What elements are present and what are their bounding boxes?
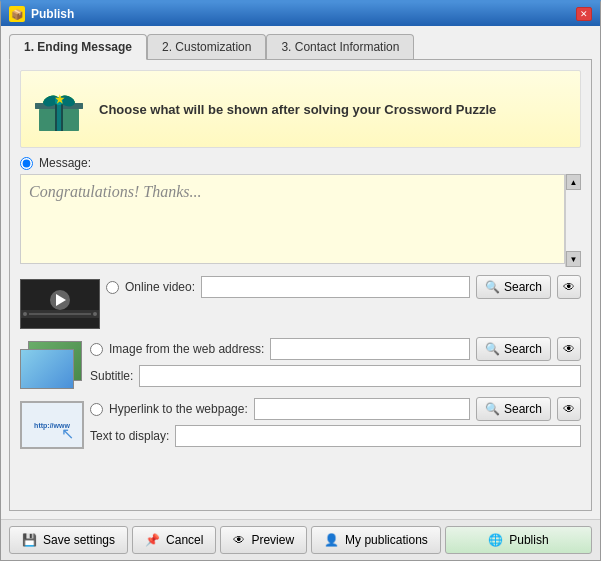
title-controls: ✕ (576, 7, 592, 21)
hyperlink-label: Hyperlink to the webpage: (109, 402, 248, 416)
save-settings-button[interactable]: 💾 Save settings (9, 526, 128, 554)
preview-icon: 👁 (233, 533, 245, 547)
main-window: 📦 Publish ✕ 1. Ending Message 2. Customi… (0, 0, 601, 561)
title-bar: 📦 Publish ✕ (1, 2, 600, 26)
bottom-bar: 💾 Save settings 📌 Cancel 👁 Preview 👤 My … (1, 519, 600, 560)
message-label: Message: (39, 156, 91, 170)
search-icon2: 🔍 (485, 342, 500, 356)
tab-contact-info[interactable]: 3. Contact Information (266, 34, 414, 60)
image-url-input[interactable] (270, 338, 470, 360)
text-display-label: Text to display: (90, 429, 169, 443)
search-icon3: 🔍 (485, 402, 500, 416)
message-container: Congratulations! Thanks... ▲ ▼ (20, 174, 581, 267)
play-button-icon (50, 290, 70, 310)
publish-button[interactable]: 🌐 Publish (445, 526, 592, 554)
video-label: Online video: (125, 280, 195, 294)
scroll-track (566, 190, 581, 251)
video-search-button[interactable]: 🔍 Search (476, 275, 551, 299)
window-icon: 📦 (9, 6, 25, 22)
text-display-input[interactable] (175, 425, 581, 447)
video-url-input[interactable] (201, 276, 470, 298)
image-search-button[interactable]: 🔍 Search (476, 337, 551, 361)
save-icon: 💾 (22, 533, 37, 547)
preview-button[interactable]: 👁 Preview (220, 526, 307, 554)
image-section: Image from the web address: 🔍 Search 👁 S… (20, 337, 581, 389)
video-eye-button[interactable]: 👁 (557, 275, 581, 299)
image-eye-button[interactable]: 👁 (557, 337, 581, 361)
image-preview (20, 341, 84, 389)
subtitle-label: Subtitle: (90, 369, 133, 383)
hyperlink-radio[interactable] (90, 403, 103, 416)
my-publications-button[interactable]: 👤 My publications (311, 526, 441, 554)
subtitle-input[interactable] (139, 365, 581, 387)
message-section: Message: Congratulations! Thanks... ▲ ▼ (20, 156, 581, 267)
image-label: Image from the web address: (109, 342, 264, 356)
message-scrollbar[interactable]: ▲ ▼ (565, 174, 581, 267)
scroll-up-button[interactable]: ▲ (566, 174, 581, 190)
search-icon: 🔍 (485, 280, 500, 294)
message-radio-label: Message: (20, 156, 581, 170)
tab-ending-message[interactable]: 1. Ending Message (9, 34, 147, 60)
header-text: Choose what will be shown after solving … (99, 102, 496, 117)
message-textarea[interactable]: Congratulations! Thanks... (20, 174, 565, 264)
hyperlink-section: http://www ↖ Hyperlink to the webpage: 🔍… (20, 397, 581, 449)
svg-rect-12 (57, 103, 61, 131)
message-radio[interactable] (20, 157, 33, 170)
header-banner: Choose what will be shown after solving … (20, 70, 581, 148)
hyperlink-search-button[interactable]: 🔍 Search (476, 397, 551, 421)
publications-icon: 👤 (324, 533, 339, 547)
online-video-section: Online video: 🔍 Search 👁 (20, 275, 581, 329)
http-preview: http://www ↖ (20, 401, 84, 449)
cancel-button[interactable]: 📌 Cancel (132, 526, 216, 554)
cursor-icon: ↖ (61, 424, 74, 443)
hyperlink-eye-button[interactable]: 👁 (557, 397, 581, 421)
main-content: 1. Ending Message 2. Customization 3. Co… (1, 26, 600, 519)
tab-bar: 1. Ending Message 2. Customization 3. Co… (9, 34, 592, 60)
window-title: Publish (31, 7, 74, 21)
gift-icon (31, 81, 87, 137)
tab-content: Choose what will be shown after solving … (9, 59, 592, 511)
hyperlink-url-input[interactable] (254, 398, 470, 420)
scroll-down-button[interactable]: ▼ (566, 251, 581, 267)
image-radio[interactable] (90, 343, 103, 356)
video-radio[interactable] (106, 281, 119, 294)
cancel-icon: 📌 (145, 533, 160, 547)
publish-icon: 🌐 (488, 533, 503, 547)
tab-customization[interactable]: 2. Customization (147, 34, 266, 60)
video-preview (20, 279, 100, 329)
close-button[interactable]: ✕ (576, 7, 592, 21)
